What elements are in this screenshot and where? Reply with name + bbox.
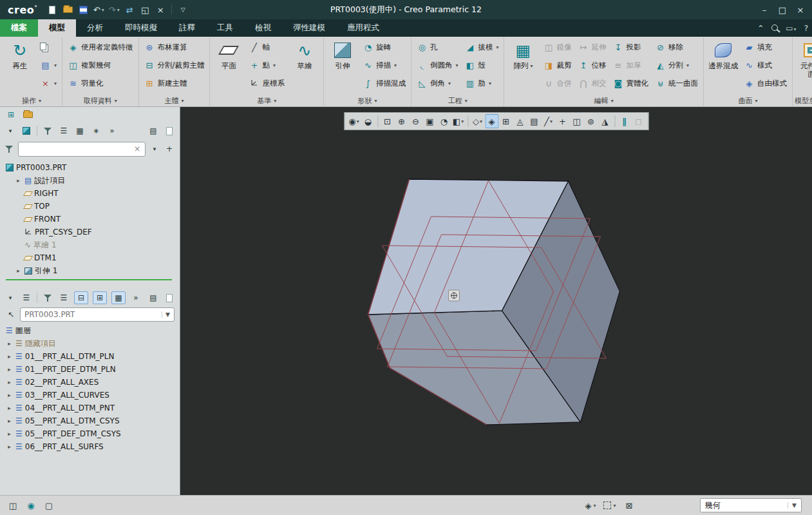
- delete-button[interactable]: ×▾: [37, 75, 59, 92]
- group-label-surfaces[interactable]: 曲面▾: [705, 95, 791, 106]
- intersect-button[interactable]: ⋂相交: [575, 75, 609, 92]
- style-button[interactable]: ∿樣式: [741, 57, 789, 74]
- sketch-button[interactable]: ∿ 草繪: [288, 39, 321, 72]
- selection-filter-combo[interactable]: 幾何 ▼: [700, 498, 802, 512]
- tree-row-top-plane[interactable]: TOP: [3, 200, 180, 213]
- layer-header-row[interactable]: ☰ 圖層: [3, 324, 180, 337]
- close-button[interactable]: ×: [791, 1, 809, 18]
- round-button[interactable]: ◟倒圓角▾: [414, 57, 461, 74]
- tree-row-right-plane[interactable]: RIGHT: [3, 187, 180, 200]
- tree-row-design-items[interactable]: ▸ ▤ 設計項目: [3, 174, 180, 187]
- command-locator-button[interactable]: ▭▾: [786, 24, 796, 33]
- fullscreen-toggle-button[interactable]: ▢: [42, 499, 55, 512]
- udf-button[interactable]: ◈使用者定義特徵: [65, 39, 136, 56]
- boolean-operations-button[interactable]: ⊛布林運算: [142, 39, 207, 56]
- layer-row[interactable]: ▸ ☰ 01__PRT_DEF_DTM_PLN: [3, 363, 180, 376]
- layer-display-toggle-2[interactable]: ⊞: [93, 291, 107, 304]
- group-label-engineering[interactable]: 工程▾: [413, 95, 503, 106]
- expander-icon[interactable]: ▸: [6, 405, 13, 411]
- split-trim-body-button[interactable]: ⊟分割/裁剪主體: [142, 57, 207, 74]
- coordinate-system-button[interactable]: 座標系: [246, 75, 287, 92]
- select-box-button[interactable]: ▾: [603, 499, 616, 512]
- layer-row[interactable]: ▸ ☰ 03__PRT_ALL_CURVES: [3, 389, 180, 402]
- layer-filters-button[interactable]: [42, 292, 53, 304]
- layer-row[interactable]: ▸ ☰ 06__PRT_ALL_SURFS: [3, 440, 180, 453]
- group-label-shapes[interactable]: 形狀▾: [325, 95, 410, 106]
- search-button[interactable]: [771, 24, 778, 33]
- rib-button[interactable]: ▥肋▾: [462, 75, 501, 92]
- merge-button[interactable]: ∪合併: [540, 75, 574, 92]
- expander-icon[interactable]: ▸: [6, 353, 13, 360]
- trim-button[interactable]: ◨裁剪: [540, 57, 574, 74]
- tree-row-dtm1[interactable]: DTM1: [3, 251, 180, 264]
- draft-button[interactable]: ◢拔模▾: [462, 39, 501, 56]
- expander-icon[interactable]: ▸: [15, 267, 22, 274]
- tree-row-root[interactable]: PRT0003.PRT: [3, 161, 180, 174]
- boundary-blend-button[interactable]: 邊界混成: [706, 39, 740, 72]
- freestyle-button[interactable]: ◈自由樣式: [741, 75, 789, 92]
- layer-report-button[interactable]: ▤: [147, 292, 159, 304]
- help-button[interactable]: ?: [804, 24, 808, 33]
- swept-blend-button[interactable]: ∫掃描混成: [360, 75, 408, 92]
- offset-button[interactable]: ↥位移: [575, 57, 609, 74]
- paste-button[interactable]: ▤▾: [37, 57, 59, 74]
- thicken-button[interactable]: ≡加厚: [610, 57, 651, 74]
- expander-icon[interactable]: ▸: [15, 177, 22, 184]
- tree-settings-button[interactable]: ∗: [90, 125, 102, 137]
- tree-row-sketch1[interactable]: ∿ 草繪 1: [3, 238, 180, 251]
- tree-list-button[interactable]: ☰: [58, 125, 70, 137]
- save-button[interactable]: [76, 3, 90, 17]
- browser-toggle-button[interactable]: ◉: [24, 499, 37, 512]
- solidify-button[interactable]: ◙實體化: [610, 75, 651, 92]
- redo-button[interactable]: ↷▾: [107, 3, 121, 17]
- tree-row-csys[interactable]: PRT_CSYS_DEF: [3, 226, 180, 238]
- group-label-get-data[interactable]: 取得資料▾: [64, 95, 137, 106]
- layer-row[interactable]: ▸ ☰ 01__PRT_ALL_DTM_PLN: [3, 350, 180, 363]
- maximize-button[interactable]: □: [773, 1, 791, 18]
- layer-collapse-button[interactable]: ▾: [5, 292, 16, 304]
- expander-icon[interactable]: ▸: [6, 379, 13, 385]
- customize-qat-button[interactable]: ▽: [176, 3, 190, 17]
- unify-surfaces-button[interactable]: ⊎統一曲面: [652, 75, 701, 92]
- new-file-button[interactable]: [45, 3, 59, 17]
- navigator-toggle-button[interactable]: ◫: [6, 499, 19, 512]
- tree-row-extrude1[interactable]: ▸ 引伸 1: [3, 264, 180, 277]
- minimize-button[interactable]: –: [755, 1, 773, 18]
- expander-icon[interactable]: ▸: [6, 431, 13, 437]
- clear-search-icon[interactable]: ×: [133, 144, 142, 153]
- axis-button[interactable]: ╱軸: [246, 39, 287, 56]
- expander-icon[interactable]: ▸: [6, 366, 13, 373]
- tab-model[interactable]: 模型: [38, 19, 76, 37]
- graphics-area[interactable]: ◉▾ ◒ ⊡ ⊕ ⊖ ▣ ◔ ◧▾ ◇▾ ◈ ⊞ ◬ ▤ ╱▾ + ◫ ⊚ ◮ …: [180, 107, 812, 495]
- tree-collapse-button[interactable]: ▾: [5, 125, 16, 137]
- group-label-model-intent[interactable]: 模型意圖▾: [794, 95, 812, 106]
- model-tree-tab[interactable]: ⊞: [5, 109, 17, 121]
- mirror-button[interactable]: ◫鏡像: [540, 39, 574, 56]
- copy-button[interactable]: [37, 39, 59, 56]
- tab-annotate[interactable]: 註釋: [168, 19, 206, 37]
- insertion-indicator[interactable]: [6, 279, 172, 280]
- shell-button[interactable]: ◧殼: [462, 57, 501, 74]
- tab-flexible-modeling[interactable]: 彈性建模: [282, 19, 336, 37]
- layer-row[interactable]: ▸ ☰ 05__PRT_ALL_DTM_CSYS: [3, 414, 180, 427]
- revolve-button[interactable]: ◔旋轉: [360, 39, 408, 56]
- group-label-body[interactable]: 主體▾: [140, 95, 209, 106]
- remove-button[interactable]: ⊘移除: [652, 39, 701, 56]
- model-viewport[interactable]: [180, 107, 812, 495]
- layer-row[interactable]: ▸ ☰ 05__PRT_DEF_DTM_CSYS: [3, 427, 180, 440]
- expander-icon[interactable]: ▸: [6, 443, 13, 450]
- divide-button[interactable]: ◭分割▾: [652, 57, 701, 74]
- layer-display-toggle-1[interactable]: ⊟: [74, 291, 88, 304]
- expander-icon[interactable]: ▸: [6, 392, 13, 398]
- tab-view[interactable]: 檢視: [244, 19, 282, 37]
- layer-row[interactable]: ▸ ☰ 02__PRT_ALL_AXES: [3, 376, 180, 389]
- group-label-operations[interactable]: 操作▾: [3, 95, 61, 106]
- tree-document-button[interactable]: [164, 125, 175, 137]
- tab-file[interactable]: 檔案: [0, 19, 38, 37]
- regenerate-button[interactable]: ↻ 再生: [4, 39, 36, 72]
- fill-button[interactable]: ▰填充: [741, 39, 789, 56]
- tree-filters-button[interactable]: [42, 125, 53, 137]
- extrude-button[interactable]: 引伸: [326, 39, 359, 72]
- group-label-editing[interactable]: 編輯▾: [505, 95, 702, 106]
- project-button[interactable]: ↧投影: [610, 39, 651, 56]
